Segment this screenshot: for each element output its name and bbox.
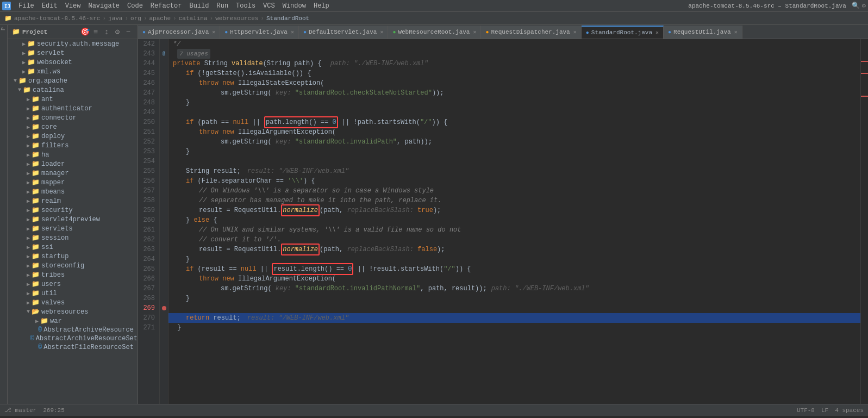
tree-item-xmlws[interactable]: ▶ 📁 xml.ws	[8, 67, 138, 76]
code-line-243b[interactable]: private String validate ( String path) {…	[168, 59, 860, 68]
code-line-267[interactable]: }	[168, 294, 860, 303]
tree-item-ha[interactable]: ▶ 📁 ha	[8, 150, 138, 159]
code-line-258[interactable]: result = RequestUtil. normalize (path, r…	[168, 205, 860, 215]
menu-edit[interactable]: Edit	[39, 1, 61, 11]
code-line-251[interactable]: sm.getString( key: "standardRoot.invalid…	[168, 137, 860, 147]
sidebar-hide-btn[interactable]: −	[123, 27, 133, 37]
tree-item-servlet[interactable]: ▶ 📁 servlet	[8, 48, 138, 58]
tab-requestdispatcher[interactable]: ● RequestDispatcher.java ✕	[481, 26, 581, 39]
menu-refactor[interactable]: Refactor	[147, 1, 185, 11]
code-line-269[interactable]: return result; result: "/WEB-INF/web.xml…	[168, 313, 860, 323]
tree-item-ant[interactable]: ▶ 📁 ant	[8, 95, 138, 104]
code-line-252[interactable]: }	[168, 147, 860, 157]
menu-file[interactable]: File	[15, 1, 38, 11]
tree-item-abstractarchiveresource[interactable]: © AbstractArchiveResource	[8, 326, 138, 334]
breakpoint-icon[interactable]	[162, 306, 166, 310]
tab-standardroot[interactable]: ● StandardRoot.java ✕	[582, 26, 664, 39]
status-git[interactable]: ⎇ master	[4, 407, 36, 414]
tree-item-servlets[interactable]: ▶ 📁 servlets	[8, 224, 138, 233]
status-indent[interactable]: 4 spaces	[835, 407, 864, 414]
code-line-249[interactable]: if (path == null || path.length() == 0 |…	[168, 117, 860, 127]
tree-item-mapper[interactable]: ▶ 📁 mapper	[8, 178, 138, 187]
status-position[interactable]: 269:25	[43, 407, 65, 414]
code-line-254[interactable]: String result; result: "/WEB-INF/web.xml…	[168, 166, 860, 176]
tree-item-mbeans[interactable]: ▶ 📁 mbeans	[8, 187, 138, 196]
sidebar-locate-btn[interactable]: 🎯	[80, 27, 90, 37]
menu-view[interactable]: View	[62, 1, 84, 11]
tree-item-security[interactable]: ▶ 📁 security	[8, 205, 138, 215]
tree-item-websocket[interactable]: ▶ 📁 websocket	[8, 58, 138, 67]
tree-item-core[interactable]: ▶ 📁 core	[8, 122, 138, 132]
tree-item-abstractfileresourceset[interactable]: © AbstractFileResourceSet	[8, 343, 138, 352]
menu-build[interactable]: Build	[186, 1, 212, 11]
code-line-259[interactable]: } else {	[168, 215, 860, 225]
tree-item-catalina[interactable]: ▼ 📁 catalina	[8, 85, 138, 95]
settings-icon[interactable]: ⚙	[862, 2, 866, 10]
tab-close-icon[interactable]: ✕	[655, 29, 659, 36]
gutter-269[interactable]	[160, 303, 168, 313]
code-line-243[interactable]: 7 usages	[168, 49, 860, 59]
code-line-246[interactable]: sm.getString( key: "standardRoot.checkSt…	[168, 88, 860, 98]
status-encoding[interactable]: UTF-8	[797, 407, 815, 414]
tree-item-loader[interactable]: ▶ 📁 loader	[8, 159, 138, 169]
tree-item-session[interactable]: ▶ 📁 session	[8, 233, 138, 242]
code-line-265[interactable]: throw new IllegalArgumentException(	[168, 274, 860, 284]
sidebar-sort-btn[interactable]: ↕	[102, 27, 111, 37]
tree-item-users[interactable]: ▶ 📁 users	[8, 279, 138, 289]
breadcrumb-apache[interactable]: apache	[149, 15, 171, 22]
tree-item-manager[interactable]: ▶ 📁 manager	[8, 169, 138, 178]
tree-item-util[interactable]: ▶ 📁 util	[8, 289, 138, 298]
tab-close-icon[interactable]: ✕	[473, 29, 476, 35]
code-line-266[interactable]: sm.getString( key: "standardRoot.invalid…	[168, 284, 860, 294]
tree-item-security-auth[interactable]: ▶ 📁 security.auth.message	[8, 39, 138, 48]
code-line-264[interactable]: if (result == null || result.length() ==…	[168, 264, 860, 274]
sidebar-collapse-btn[interactable]: ≡	[91, 27, 101, 37]
tab-close-icon[interactable]: ✕	[380, 29, 383, 35]
tree-item-webresources[interactable]: ▼ 📂 webresources	[8, 307, 138, 316]
tree-item-ssi[interactable]: ▶ 📁 ssi	[8, 242, 138, 252]
menu-tools[interactable]: Tools	[233, 1, 259, 11]
tree-item-deploy[interactable]: ▶ 📁 deploy	[8, 132, 138, 141]
code-line-247[interactable]: }	[168, 98, 860, 108]
code-line-270[interactable]: }	[168, 323, 860, 333]
tree-item-storeconfig[interactable]: ▶ 📁 storeconfig	[8, 261, 138, 270]
tree-item-connector[interactable]: ▶ 📁 connector	[8, 113, 138, 122]
tab-ajpprocessor[interactable]: ● AjpProcessor.java ✕	[138, 26, 220, 39]
code-line-244[interactable]: if (!getState().isAvailable()) {	[168, 68, 860, 78]
code-line-257[interactable]: // separator has managed to make it into…	[168, 196, 860, 205]
tab-requestutil[interactable]: ● RequestUtil.java ✕	[664, 26, 742, 39]
tab-close-icon[interactable]: ✕	[291, 29, 294, 35]
tab-httpservlet[interactable]: ● HttpServlet.java ✕	[220, 26, 299, 39]
breadcrumb-catalina[interactable]: catalina	[179, 15, 208, 22]
breadcrumb-project[interactable]: apache-tomcat-8.5.46-src	[14, 15, 100, 22]
menu-code[interactable]: Code	[124, 1, 146, 11]
code-line-242[interactable]: */	[168, 39, 860, 49]
tab-close-icon[interactable]: ✕	[573, 29, 577, 35]
tab-close-icon[interactable]: ✕	[734, 29, 738, 35]
tab-defaultservlet[interactable]: ● DefaultServlet.java ✕	[299, 26, 388, 39]
breadcrumb-webresources[interactable]: webresources	[215, 15, 258, 22]
tree-item-startup[interactable]: ▶ 📁 startup	[8, 252, 138, 261]
code-line-253[interactable]	[168, 157, 860, 166]
breadcrumb-standardroot[interactable]: StandardRoot	[266, 15, 309, 22]
code-line-271[interactable]	[168, 333, 860, 342]
menu-help[interactable]: Help	[310, 1, 333, 11]
breadcrumb-org[interactable]: org	[130, 15, 141, 22]
code-line-260[interactable]: // On UNIX and similar systems, '\\' is …	[168, 225, 860, 235]
search-icon[interactable]: 🔍	[852, 2, 860, 10]
menu-navigate[interactable]: Navigate	[85, 1, 123, 11]
code-line-250[interactable]: throw new IllegalArgumentException(	[168, 127, 860, 137]
tab-webresourceroot[interactable]: ● WebResourceRoot.java ✕	[388, 26, 481, 39]
code-line-261[interactable]: // convert it to '/'.	[168, 235, 860, 245]
tree-item-filters[interactable]: ▶ 📁 filters	[8, 141, 138, 150]
tree-item-servlet4preview[interactable]: ▶ 📁 servlet4preview	[8, 215, 138, 224]
tree-item-tribes[interactable]: ▶ 📁 tribes	[8, 270, 138, 279]
code-line-255[interactable]: if (File.separatorChar == '\\' ) {	[168, 176, 860, 186]
code-line-268[interactable]	[168, 303, 860, 313]
tree-item-war[interactable]: ▶ 📁 war	[8, 316, 138, 326]
menu-vcs[interactable]: VCS	[260, 1, 278, 11]
code-view[interactable]: 242 243 244 245 246 247 248 249 250 251 …	[138, 39, 868, 404]
tree-item-org-apache[interactable]: ▼ 📁 org.apache	[8, 76, 138, 85]
left-panel-icon-1[interactable]: P	[1, 27, 7, 30]
code-line-245[interactable]: throw new IllegalStateException(	[168, 78, 860, 88]
